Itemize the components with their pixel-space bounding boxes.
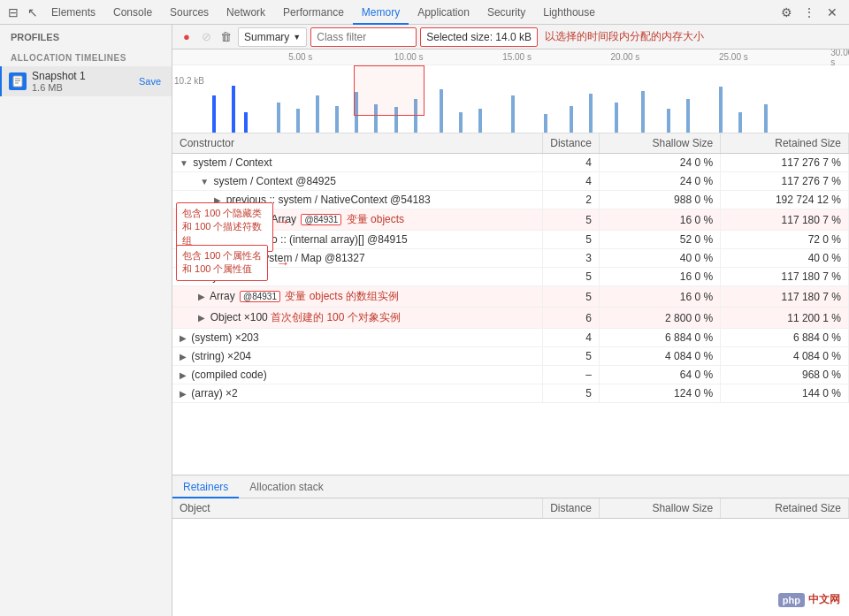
snapshot-item[interactable]: Snapshot 1 1.6 MB Save [0, 66, 172, 96]
expand-icon[interactable]: ▼ [200, 177, 209, 186]
cell-shallow: 24 0 % [599, 172, 720, 191]
table-row[interactable]: ▶ previous :: system / NativeContext @54… [172, 191, 849, 209]
snapshot-save-button[interactable]: Save [135, 76, 164, 87]
cell-retained: 4 084 0 % [721, 347, 849, 366]
cell-distance: 4 [543, 154, 600, 172]
bottom-tabs: Retainers Allocation stack [172, 475, 849, 498]
cell-distance: 5 [543, 209, 600, 231]
timeline-bar [764, 104, 768, 133]
devtools-top-bar: ⊟ ↖ Elements Console Sources Network Per… [0, 0, 849, 25]
snapshot-info: Snapshot 1 1.6 MB [32, 70, 135, 93]
expand-icon[interactable]: ▶ [198, 313, 205, 323]
table-row[interactable]: ▶ (compiled code) – 64 0 % 968 0 % [172, 366, 849, 384]
timeline-bar [667, 109, 670, 133]
cell-shallow: 124 0 % [599, 384, 720, 403]
tab-retainers[interactable]: Retainers [172, 475, 239, 498]
scale-10s: 10.00 s [394, 52, 424, 62]
cell-retained: 117 276 7 % [721, 172, 849, 191]
panel-toolbar: ● ⊘ 🗑 Summary ▼ Selected size: 14.0 kB 以… [172, 25, 849, 49]
cell-distance: 2 [543, 191, 600, 209]
cell-shallow: 40 0 % [599, 249, 720, 268]
expand-icon[interactable]: ▶ [180, 370, 187, 380]
dropdown-arrow-icon: ▼ [293, 33, 301, 42]
table-row[interactable]: ▶ map :: system / Map @81327 3 40 0 % 40… [172, 249, 849, 268]
table-row[interactable]: ▼ system / Context 4 24 0 % 117 276 7 % [172, 154, 849, 172]
top-tabs: Elements Console Sources Network Perform… [42, 0, 776, 25]
table-row[interactable]: ▶ scope_info :: (internal array)[] @8491… [172, 231, 849, 249]
cell-retained: 968 0 % [721, 366, 849, 384]
cell-shallow: 16 0 % [599, 209, 720, 231]
table-row[interactable]: ▼ Array 5 16 0 % 117 180 7 % [172, 268, 849, 286]
timeline-bar [244, 112, 248, 133]
retainers-table: Object Distance Shallow Size Retained Si… [172, 498, 849, 519]
table-row[interactable]: ▶ (string) ×204 5 4 084 0 % 4 084 0 % [172, 347, 849, 366]
cell-retained: 117 180 7 % [721, 268, 849, 286]
expand-icon[interactable]: ▼ [180, 158, 188, 168]
summary-label: Summary [244, 31, 289, 43]
table-row[interactable]: ▶ (array) ×2 5 124 0 % 144 0 % [172, 384, 849, 403]
scale-5s: 5.00 s [288, 52, 312, 62]
cell-retained: 192 724 12 % [721, 191, 849, 209]
tab-lighthouse[interactable]: Lighthouse [534, 0, 604, 25]
expand-icon[interactable]: ▶ [180, 352, 187, 361]
devtools-toggle-icon[interactable]: ⊟ [4, 3, 23, 22]
tab-network[interactable]: Network [218, 0, 274, 25]
more-options-icon[interactable]: ⋮ [799, 3, 819, 22]
tab-memory[interactable]: Memory [353, 0, 409, 25]
table-body: ▼ system / Context 4 24 0 % 117 276 7 % [172, 154, 849, 403]
cell-distance: 3 [543, 249, 600, 268]
table-row-highlighted[interactable]: ▶ Object ×100 首次创建的 100 个对象实例 6 2 800 0 … [172, 308, 849, 329]
timeline-bar [394, 107, 398, 133]
cell-shallow: 6 884 0 % [599, 329, 720, 347]
settings-icon[interactable]: ⚙ [776, 3, 796, 22]
table-row-highlighted[interactable]: ▶ objects :: Array @84931 变量 objects 5 1… [172, 209, 849, 231]
tab-security[interactable]: Security [478, 0, 534, 25]
expand-icon[interactable]: ▶ [198, 292, 205, 301]
table-area[interactable]: Constructor Distance Shallow Size Retain… [172, 133, 849, 475]
cell-constructor: ▶ (compiled code) [172, 366, 543, 384]
cell-shallow: 16 0 % [599, 286, 720, 308]
cell-distance: 6 [543, 308, 600, 329]
cell-shallow: 988 0 % [599, 191, 720, 209]
class-filter-input[interactable] [310, 27, 417, 47]
cell-constructor: ▼ system / Context @84925 [172, 172, 543, 191]
summary-dropdown[interactable]: Summary ▼ [238, 27, 307, 47]
expand-icon[interactable]: ▶ [180, 389, 187, 399]
bottom-table-area[interactable]: Object Distance Shallow Size Retained Si… [172, 498, 849, 616]
table-row-highlighted[interactable]: ▶ Array @84931 变量 objects 的数组实例 5 16 0 %… [172, 286, 849, 308]
tab-console[interactable]: Console [104, 0, 161, 25]
timeline-bar [212, 95, 216, 133]
record-icon[interactable]: ● [178, 28, 195, 46]
clear-icon[interactable]: 🗑 [217, 28, 234, 46]
tab-allocation-stack[interactable]: Allocation stack [239, 475, 333, 498]
watermark-site-label: 中文网 [808, 592, 840, 607]
snapshot-name: Snapshot 1 [32, 70, 135, 82]
timeline-bar [641, 91, 645, 133]
tab-sources[interactable]: Sources [161, 0, 218, 25]
cell-distance: 5 [543, 384, 600, 403]
tab-application[interactable]: Application [409, 0, 478, 25]
timeline-bar [374, 104, 378, 133]
devtools-container: ⊟ ↖ Elements Console Sources Network Per… [0, 0, 849, 616]
scale-30s: 30.00 s [830, 49, 849, 67]
tag-badge: @84931 [301, 214, 341, 225]
table-row[interactable]: ▼ system / Context @84925 4 24 0 % 117 2… [172, 172, 849, 191]
table-row[interactable]: ▶ (system) ×203 4 6 884 0 % 6 884 0 % [172, 329, 849, 347]
devtools-body: Profiles ALLOCATION TIMELINES Snapshot 1… [0, 25, 849, 616]
stop-icon[interactable]: ⊘ [197, 28, 215, 46]
th-constructor: Constructor [172, 133, 543, 154]
th-object: Object [172, 498, 543, 519]
expand-icon[interactable]: ▶ [180, 333, 187, 343]
timeline-area[interactable]: 5.00 s 10.00 s 15.00 s 20.00 s 25.00 s 3… [172, 49, 849, 133]
timeline-bar [277, 103, 280, 133]
tab-performance[interactable]: Performance [274, 0, 353, 25]
cell-retained: 144 0 % [721, 384, 849, 403]
sidebar-section-label: ALLOCATION TIMELINES [0, 49, 172, 66]
tab-elements[interactable]: Elements [42, 0, 104, 25]
close-devtools-icon[interactable]: ✕ [822, 3, 842, 22]
devtools-inspect-icon[interactable]: ↖ [23, 3, 42, 22]
timeline-bar [738, 112, 742, 133]
th-retained: Retained Size [721, 133, 849, 154]
cell-constructor: ▼ system / Context [172, 154, 543, 172]
timeline-bar [440, 89, 443, 133]
